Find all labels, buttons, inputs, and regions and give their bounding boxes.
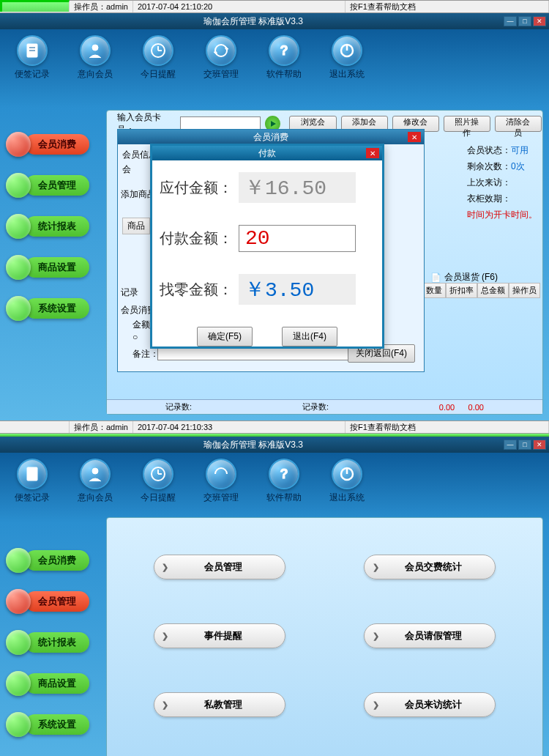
refund-link[interactable]: 📄会员退货 (F6) bbox=[430, 271, 498, 284]
nav-ball-icon bbox=[6, 296, 31, 321]
toolbar-2: 便签记录 意向会员 今日提醒 交班管理 ?软件帮助 退出系统 bbox=[0, 453, 549, 510]
chevron-right-icon: ❯ bbox=[365, 563, 386, 572]
note-icon bbox=[17, 35, 48, 66]
nav-stats[interactable]: 统计报表 bbox=[6, 630, 89, 655]
due-value: ￥16.50 bbox=[239, 172, 356, 203]
tool-shift[interactable]: 交班管理 bbox=[203, 459, 239, 504]
nav-member-manage[interactable]: 会员管理 bbox=[6, 589, 89, 614]
due-label: 应付金额： bbox=[160, 178, 233, 198]
minimize-button[interactable]: — bbox=[504, 440, 517, 450]
nav-ball-icon bbox=[6, 712, 31, 737]
power-icon bbox=[332, 35, 362, 66]
refresh-icon bbox=[206, 459, 236, 489]
svg-text:?: ? bbox=[280, 467, 288, 481]
record-bar: 记录数: 记录数: 0.00 0.00 bbox=[107, 399, 542, 414]
nav-system[interactable]: 系统设置 bbox=[6, 712, 89, 737]
close-button[interactable]: ✕ bbox=[533, 440, 546, 450]
record-val-2: 0.00 bbox=[468, 403, 484, 412]
tool-prospect[interactable]: 意向会员 bbox=[78, 35, 113, 81]
nav-system[interactable]: 系统设置 bbox=[6, 296, 89, 321]
nav-ball-icon bbox=[6, 630, 31, 655]
close-button[interactable]: ✕ bbox=[533, 16, 546, 26]
pay-exit-button[interactable]: 退出(F4) bbox=[282, 327, 337, 346]
chevron-right-icon: ❯ bbox=[154, 563, 176, 572]
nav-goods[interactable]: 商品设置 bbox=[6, 255, 89, 280]
menu-payment-stats[interactable]: ❯会员交费统计 bbox=[364, 555, 496, 579]
svg-marker-7 bbox=[225, 46, 228, 49]
nav-member-manage[interactable]: 会员管理 bbox=[6, 173, 89, 198]
maximize-button[interactable]: □ bbox=[518, 16, 531, 26]
person-icon bbox=[80, 35, 111, 66]
menu-leave-manage[interactable]: ❯会员请假管理 bbox=[364, 623, 496, 648]
menu-private-coach[interactable]: ❯私教管理 bbox=[154, 692, 285, 717]
nav-stats[interactable]: 统计报表 bbox=[6, 214, 89, 239]
pay-dialog: 付款✕ 应付金额： ￥16.50 付款金额： 找零金额： ￥3.50 确定(F5… bbox=[150, 144, 384, 349]
title-bar-1: 瑜伽会所管理 标准版V3.3 — □ ✕ bbox=[0, 13, 549, 29]
help-icon: ? bbox=[269, 35, 299, 66]
app-title: 瑜伽会所管理 标准版V3.3 bbox=[203, 15, 303, 28]
nav-ball-icon bbox=[6, 173, 31, 198]
app-window-1: 便签记录 意向会员 今日提醒 交班管理 ?软件帮助 退出系统 会员消费 会员管理… bbox=[0, 29, 549, 420]
tool-shift[interactable]: 交班管理 bbox=[203, 35, 239, 81]
app-window-2: 便签记录 意向会员 今日提醒 交班管理 ?软件帮助 退出系统 会员消费 会员管理… bbox=[0, 453, 549, 756]
col-operator: 操作员 bbox=[509, 283, 540, 298]
nav-member-consume[interactable]: 会员消费 bbox=[6, 548, 89, 573]
amount-label: 金额 bbox=[132, 319, 150, 331]
chevron-right-icon: ❯ bbox=[365, 700, 386, 710]
title-bar-2: 瑜伽会所管理 标准版V3.3 — □ ✕ bbox=[0, 437, 549, 453]
toolbar: 便签记录 意向会员 今日提醒 交班管理 ?软件帮助 退出系统 bbox=[0, 29, 549, 86]
chevron-right-icon: ❯ bbox=[154, 700, 176, 710]
tool-exit[interactable]: 退出系统 bbox=[329, 35, 365, 81]
change-label: 找零金额： bbox=[160, 280, 233, 300]
tool-prospect[interactable]: 意向会员 bbox=[78, 459, 113, 504]
refund-icon: 📄 bbox=[430, 273, 441, 283]
consume-dialog-title: 会员消费✕ bbox=[118, 130, 424, 144]
record-label-1: 记录数: bbox=[165, 401, 192, 412]
menu-member-manage[interactable]: ❯会员管理 bbox=[154, 555, 285, 579]
member-info: 会员状态：可用 剩余次数：0次 上次来访： 衣柜效期： 时间为开卡时间。 bbox=[467, 142, 537, 223]
tool-help[interactable]: ?软件帮助 bbox=[266, 459, 302, 504]
paid-label: 付款金额： bbox=[160, 229, 233, 248]
datetime-cell: 2017-07-04 21:10:20 bbox=[133, 1, 346, 12]
svg-marker-8 bbox=[214, 52, 217, 55]
chevron-right-icon: ❯ bbox=[365, 631, 386, 641]
maximize-button[interactable]: □ bbox=[518, 440, 531, 450]
tool-notes[interactable]: 便签记录 bbox=[15, 35, 50, 81]
svg-text:?: ? bbox=[280, 43, 288, 58]
tool-reminder[interactable]: 今日提醒 bbox=[141, 459, 176, 504]
col-qty: 数量 bbox=[422, 283, 446, 298]
tool-help[interactable]: ?软件帮助 bbox=[266, 35, 302, 81]
photo-button[interactable]: 照片操作 bbox=[444, 116, 490, 132]
pay-ok-button[interactable]: 确定(F5) bbox=[197, 327, 253, 346]
operator-cell: 操作员：admin bbox=[70, 1, 133, 12]
nav-ball-icon bbox=[6, 589, 31, 614]
close-icon[interactable]: ✕ bbox=[366, 148, 379, 158]
nav-ball-icon bbox=[6, 548, 31, 573]
tool-exit[interactable]: 退出系统 bbox=[329, 459, 365, 504]
menu-visit-stats[interactable]: ❯会员来访统计 bbox=[364, 692, 496, 717]
status-bar-1: 操作员：admin 2017-07-04 21:10:20 按F1查看帮助文档 bbox=[0, 0, 549, 13]
menu-event-reminder[interactable]: ❯事件提醒 bbox=[154, 623, 285, 648]
status-margin bbox=[0, 0, 70, 12]
minimize-button[interactable]: — bbox=[504, 16, 517, 26]
tool-reminder[interactable]: 今日提醒 bbox=[141, 35, 176, 81]
side-nav-1: 会员消费 会员管理 统计报表 商品设置 系统设置 bbox=[6, 132, 89, 321]
col-total: 总金额 bbox=[477, 283, 509, 298]
clock-icon bbox=[143, 459, 173, 489]
nav-ball-icon bbox=[6, 255, 31, 280]
close-icon[interactable]: ✕ bbox=[408, 132, 421, 142]
side-nav-2: 会员消费 会员管理 统计报表 商品设置 系统设置 bbox=[6, 548, 89, 737]
tool-notes[interactable]: 便签记录 bbox=[15, 459, 50, 504]
nav-goods[interactable]: 商品设置 bbox=[6, 671, 89, 696]
datetime-cell: 2017-07-04 21:10:33 bbox=[133, 421, 346, 433]
svg-marker-12 bbox=[271, 121, 276, 127]
svg-point-14 bbox=[92, 468, 98, 474]
paid-input[interactable] bbox=[239, 225, 356, 252]
nav-member-consume[interactable]: 会员消费 bbox=[6, 132, 89, 157]
change-value: ￥3.50 bbox=[239, 274, 356, 305]
clear-member-button[interactable]: 清除会员 bbox=[495, 116, 542, 132]
person-icon bbox=[80, 459, 111, 489]
pay-dialog-title: 付款✕ bbox=[152, 146, 382, 160]
note-icon bbox=[17, 459, 48, 489]
record-label-2: 记录数: bbox=[302, 401, 329, 412]
